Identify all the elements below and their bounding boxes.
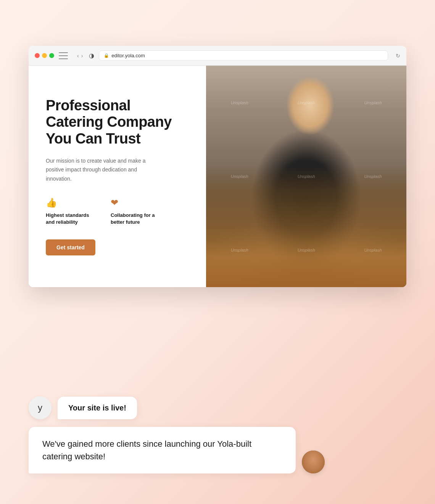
shield-icon: ◑: [89, 52, 94, 59]
maximize-dot[interactable]: [49, 53, 54, 58]
browser-window: ‹ › ◑ 🔒 editor.yola.com ↻ Professional C…: [29, 46, 406, 287]
bot-message-bubble: Your site is live!: [58, 397, 137, 419]
browser-dots: [35, 53, 54, 58]
user-avatar-face: [302, 451, 325, 473]
website-content: Professional Catering Company You Can Tr…: [29, 66, 406, 287]
browser-toolbar: ‹ › ◑ 🔒 editor.yola.com ↻: [29, 46, 406, 66]
user-message-bubble: We've gained more clients since launchin…: [29, 427, 296, 473]
user-avatar: [302, 451, 325, 473]
feature-item-standards: 👍 Highest standards and reliability: [46, 197, 95, 226]
bot-avatar: y: [29, 396, 52, 419]
feature-collaboration-label: Collaborating for a better future: [111, 212, 160, 226]
bot-avatar-letter: y: [38, 402, 42, 413]
chef-photo: Unsplash Unsplash Unsplash Unsplash Unsp…: [206, 66, 406, 287]
reload-icon[interactable]: ↻: [396, 53, 400, 59]
sidebar-toggle-icon[interactable]: [59, 52, 68, 59]
user-message-row: We've gained more clients since launchin…: [29, 427, 406, 473]
forward-icon[interactable]: ›: [81, 53, 83, 59]
browser-nav-controls: ‹ ›: [77, 53, 83, 59]
url-text: editor.yola.com: [111, 53, 145, 58]
heart-icon: ❤: [111, 197, 160, 208]
feature-standards-label: Highest standards and reliability: [46, 212, 95, 226]
features-row: 👍 Highest standards and reliability ❤ Co…: [46, 197, 189, 226]
bot-message-row: y Your site is live!: [29, 396, 406, 419]
food-area-gradient: [206, 165, 406, 287]
close-dot[interactable]: [35, 53, 40, 58]
chat-area: y Your site is live! We've gained more c…: [29, 396, 406, 473]
back-icon[interactable]: ‹: [77, 53, 79, 59]
get-started-button[interactable]: Get started: [46, 239, 95, 255]
lock-icon: 🔒: [104, 53, 109, 58]
hero-left-panel: Professional Catering Company You Can Tr…: [29, 66, 206, 287]
address-bar[interactable]: 🔒 editor.yola.com: [99, 50, 388, 61]
feature-item-collaboration: ❤ Collaborating for a better future: [111, 197, 160, 226]
thumbs-up-icon: 👍: [46, 197, 95, 208]
hero-image-panel: Unsplash Unsplash Unsplash Unsplash Unsp…: [206, 66, 406, 287]
hero-description: Our mission is to create value and make …: [46, 157, 160, 184]
minimize-dot[interactable]: [42, 53, 47, 58]
hero-title: Professional Catering Company You Can Tr…: [46, 97, 189, 147]
